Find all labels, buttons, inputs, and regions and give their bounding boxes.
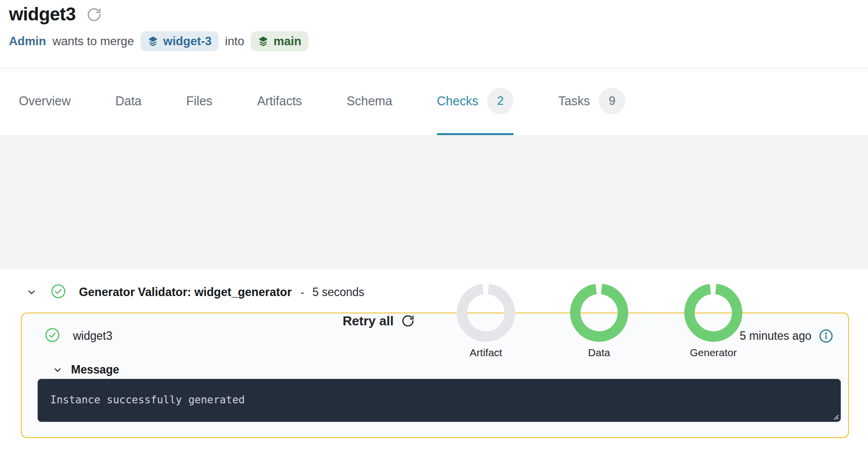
status-ring-chart (570, 335, 628, 343)
check-success-icon (45, 327, 60, 345)
check-duration: 5 seconds (312, 286, 364, 299)
branch-stack-icon (258, 36, 269, 47)
check-status-donut-generator: Generator (684, 284, 742, 359)
target-branch-badge[interactable]: main (251, 31, 308, 51)
author-link[interactable]: Admin (9, 34, 46, 48)
tab-label: Artifacts (257, 94, 302, 108)
tab-bar: Overview Data Files Artifacts Schema Che… (0, 68, 868, 135)
donut-label: Artifact (457, 347, 515, 359)
result-name: widget3 (73, 329, 112, 343)
tab-schema[interactable]: Schema (347, 69, 392, 135)
result-timestamp: 5 minutes ago (740, 329, 811, 343)
target-branch-label: main (274, 34, 301, 48)
tab-count-badge: 9 (599, 88, 625, 114)
tab-data[interactable]: Data (115, 69, 142, 135)
refresh-icon[interactable] (86, 7, 102, 22)
tab-artifacts[interactable]: Artifacts (257, 69, 302, 135)
check-status-donut-artifact: Artifact (457, 284, 515, 359)
donut-label: Data (570, 347, 628, 359)
check-status-donut-data: Data (570, 284, 628, 359)
info-icon[interactable] (819, 329, 833, 343)
check-success-icon (51, 284, 66, 301)
resize-grip-icon[interactable] (831, 412, 839, 420)
tab-checks[interactable]: Checks 2 (437, 69, 513, 135)
tab-label: Schema (347, 94, 392, 108)
page-header: widget3 Admin wants to merge widget-3 in… (0, 0, 868, 51)
retry-icon (401, 314, 415, 328)
tab-files[interactable]: Files (186, 69, 213, 135)
tab-label: Overview (19, 94, 71, 108)
chevron-down-icon[interactable] (26, 287, 37, 298)
message-label: Message (71, 363, 119, 377)
message-text: Instance successfully generated (38, 379, 841, 406)
check-title: Generator Validator: widget_generator (79, 286, 291, 299)
merge-text: wants to merge (53, 34, 134, 48)
source-branch-label: widget-3 (163, 34, 212, 48)
tab-label: Data (115, 94, 142, 108)
page-title: widget3 (9, 4, 75, 25)
donut-label: Generator (684, 347, 742, 359)
checks-summary-panel: Retry all Artifact Data Generator (0, 135, 868, 270)
check-separator: - (300, 286, 304, 299)
message-section-header: Message (22, 363, 848, 377)
chevron-down-icon[interactable] (53, 365, 63, 375)
into-text: into (225, 34, 244, 48)
retry-all-button[interactable]: Retry all (343, 313, 415, 329)
retry-all-label: Retry all (343, 313, 394, 329)
tab-label: Checks (437, 94, 478, 108)
merge-description: Admin wants to merge widget-3 into main (9, 31, 868, 51)
tab-label: Tasks (558, 94, 590, 108)
message-textarea[interactable]: Instance successfully generated (37, 379, 841, 422)
status-ring-chart (457, 335, 515, 343)
tab-tasks[interactable]: Tasks 9 (558, 69, 625, 135)
tab-count-badge: 2 (487, 88, 513, 114)
tab-label: Files (186, 94, 213, 108)
tab-overview[interactable]: Overview (19, 69, 71, 135)
status-ring-chart (684, 335, 742, 343)
branch-stack-icon (147, 36, 158, 47)
source-branch-badge[interactable]: widget-3 (141, 31, 218, 51)
